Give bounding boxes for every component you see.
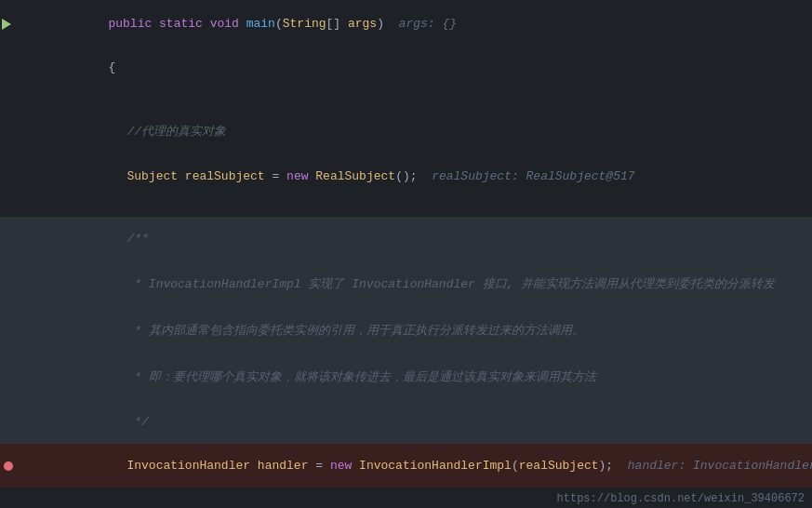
line-content: InvocationHandler handler = new Invocati…: [47, 444, 812, 488]
line-gutter: [0, 154, 47, 198]
type: String: [283, 17, 326, 31]
line-gutter: [0, 488, 47, 506]
variable: realSubject: [519, 459, 599, 473]
class: RealSubject: [315, 169, 395, 183]
class: InvocationHandlerImpl: [359, 459, 512, 473]
run-arrow-icon: [2, 19, 11, 30]
line-content: /**: [47, 217, 812, 261]
line-gutter: [0, 46, 47, 89]
line-content: * InvocationHandlerImpl 实现了 InvocationHa…: [47, 261, 812, 307]
line-gutter: [0, 2, 47, 46]
code-line: public static void main(String[] args) a…: [0, 2, 812, 46]
line-gutter: [0, 354, 47, 400]
type: InvocationHandler: [126, 459, 250, 473]
code-line: Subject realSubject = new RealSubject();…: [0, 154, 812, 198]
code-line: * 即：要代理哪个真实对象，就将该对象传进去，最后是通过该真实对象来调用其方法: [0, 354, 812, 400]
variable: handler: [258, 459, 309, 473]
function-name: main: [246, 17, 275, 31]
line-content: [47, 89, 812, 108]
blog-url: https://blog.csdn.net/weixin_39406672: [557, 492, 805, 505]
comment: //代理的真实对象: [126, 125, 226, 139]
breakpoint-icon: [4, 461, 13, 471]
code-line: InvocationHandler handler = new Invocati…: [0, 444, 812, 488]
line-gutter: [0, 307, 47, 354]
line-gutter: [0, 108, 47, 154]
line-content: * 其内部通常包含指向委托类实例的引用，用于真正执行分派转发过来的方法调用。: [47, 307, 812, 354]
line-content: //代理的真实对象: [47, 108, 812, 154]
line-gutter: [0, 400, 47, 444]
line-content: {: [47, 46, 812, 89]
comment: /**: [126, 232, 148, 246]
code-lines: public static void main(String[] args) a…: [0, 0, 812, 508]
param: args: [348, 17, 377, 31]
code-line: * 其内部通常包含指向委托类实例的引用，用于真正执行分派转发过来的方法调用。: [0, 307, 812, 354]
keyword: new: [330, 459, 352, 473]
comment: * 即：要代理哪个真实对象，就将该对象传进去，最后是通过该真实对象来调用其方法: [126, 370, 595, 384]
line-gutter: [0, 198, 47, 217]
line-gutter: [0, 217, 47, 261]
variable: realSubject: [185, 169, 265, 183]
line-content: public static void main(String[] args) a…: [47, 2, 812, 46]
comment: * 其内部通常包含指向委托类实例的引用，用于真正执行分派转发过来的方法调用。: [126, 324, 583, 338]
type: Subject: [126, 169, 178, 183]
code-line: [0, 89, 812, 108]
bottom-bar: https://blog.csdn.net/weixin_39406672: [550, 489, 812, 508]
code-line: /**: [0, 217, 812, 261]
code-line: //代理的真实对象: [0, 108, 812, 154]
keyword: public: [108, 17, 152, 31]
line-gutter: [0, 89, 47, 108]
code-line: {: [0, 46, 812, 89]
line-content: */: [47, 400, 812, 444]
line-content: [47, 198, 812, 217]
comment: * InvocationHandlerImpl 实现了 InvocationHa…: [126, 277, 775, 291]
line-content: Subject realSubject = new RealSubject();…: [47, 154, 812, 198]
line-gutter: [0, 261, 47, 307]
code-line: [0, 198, 812, 217]
code-editor: public static void main(String[] args) a…: [0, 0, 812, 508]
line-gutter: [0, 444, 47, 488]
code-line: */: [0, 400, 812, 444]
line-content: * 即：要代理哪个真实对象，就将该对象传进去，最后是通过该真实对象来调用其方法: [47, 354, 812, 400]
keyword: void: [210, 17, 239, 31]
keyword: new: [286, 169, 308, 183]
comment: */: [126, 415, 148, 429]
code-line: * InvocationHandlerImpl 实现了 InvocationHa…: [0, 261, 812, 307]
keyword: static: [159, 17, 203, 31]
